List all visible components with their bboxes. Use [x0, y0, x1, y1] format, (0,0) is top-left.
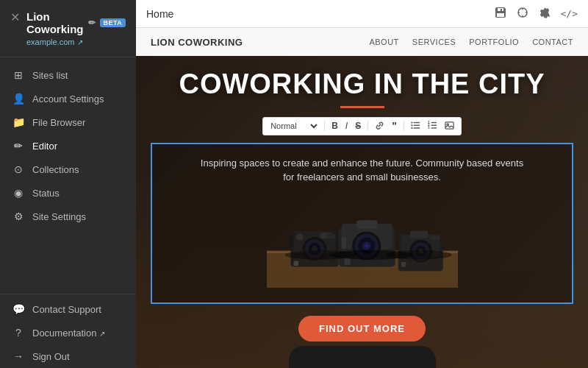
- svg-rect-30: [326, 234, 335, 239]
- svg-text:3: 3: [428, 126, 430, 130]
- svg-rect-38: [356, 220, 376, 229]
- compass-icon[interactable]: [517, 7, 528, 21]
- svg-rect-40: [380, 227, 392, 232]
- site-logo: LION COWORKING: [151, 37, 243, 48]
- chat-icon: 💬: [12, 303, 25, 315]
- topbar-actions: </>: [495, 7, 578, 21]
- sidebar: ✕ Lion Coworking ✏ BETA example.com ↗ ⊞ …: [0, 0, 136, 368]
- svg-rect-12: [431, 124, 436, 125]
- editor-canvas: LION COWORKING ABOUT SERVICES PORTFOLIO …: [136, 28, 588, 368]
- sidebar-label: Documentation ↗: [32, 328, 105, 339]
- status-icon: ◉: [12, 187, 25, 199]
- svg-point-9: [411, 124, 412, 126]
- sidebar-item-editor[interactable]: ✏ Editor: [0, 134, 136, 158]
- sidebar-item-contact-support[interactable]: 💬 Contact Support: [0, 297, 136, 321]
- bold-button[interactable]: B: [329, 121, 340, 131]
- edit-icon: ✏: [88, 18, 96, 28]
- site-preview: LION COWORKING ABOUT SERVICES PORTFOLIO …: [136, 28, 588, 368]
- sidebar-nav: ⊞ Sites list 👤 Account Settings 📁 File B…: [0, 63, 136, 228]
- svg-point-10: [411, 127, 412, 129]
- nav-contact[interactable]: CONTACT: [532, 38, 573, 46]
- sidebar-item-status[interactable]: ◉ Status: [0, 181, 136, 205]
- link-button[interactable]: [373, 120, 387, 132]
- svg-rect-6: [414, 124, 420, 125]
- cta-button[interactable]: FIND OUT MORE: [298, 316, 426, 342]
- url-text: example.com: [26, 38, 74, 46]
- svg-rect-5: [414, 122, 420, 123]
- sidebar-label: Site Settings: [32, 211, 86, 222]
- sidebar-item-sign-out[interactable]: → Sign Out: [0, 344, 136, 368]
- sidebar-bottom-nav: 💬 Contact Support ? Documentation ↗ → Si…: [0, 294, 136, 368]
- svg-rect-49: [410, 231, 428, 238]
- grid-icon: ⊞: [12, 69, 25, 81]
- sidebar-label: Contact Support: [32, 304, 101, 315]
- svg-rect-11: [431, 122, 436, 123]
- sidebar-item-sites-list[interactable]: ⊞ Sites list: [0, 63, 136, 87]
- toolbar-wrapper: Normal Heading 1 Heading 2 B I S ": [136, 117, 588, 140]
- beta-badge: BETA: [100, 18, 126, 27]
- toolbar-divider-2: [368, 121, 368, 131]
- sidebar-title: Lion Coworking ✏ BETA: [26, 10, 126, 35]
- toolbar-divider: [324, 121, 325, 131]
- cta-section: FIND OUT MORE: [136, 304, 588, 347]
- format-dropdown[interactable]: Normal Heading 1 Heading 2: [268, 121, 320, 131]
- sidebar-brand: Lion Coworking ✏ BETA example.com ↗: [0, 0, 136, 51]
- hero-title: COWORKING IN THE CITY: [136, 69, 588, 100]
- nav-services[interactable]: SERVICES: [412, 38, 456, 46]
- svg-point-54: [386, 250, 451, 260]
- user-icon: 👤: [12, 93, 25, 105]
- sidebar-label: Collections: [32, 164, 79, 175]
- svg-rect-50: [401, 262, 406, 267]
- sidebar-label: Sign Out: [32, 351, 70, 362]
- sidebar-item-site-settings[interactable]: ⚙ Site Settings: [0, 205, 136, 228]
- site-navbar: LION COWORKING ABOUT SERVICES PORTFOLIO …: [136, 28, 588, 56]
- gear-icon: ⚙: [12, 210, 25, 222]
- content-editable-block[interactable]: Inspiring spaces to create and enhance t…: [151, 143, 573, 304]
- svg-point-29: [295, 233, 303, 241]
- svg-point-8: [411, 121, 412, 123]
- hero-underline: [340, 106, 384, 108]
- settings-icon[interactable]: [539, 7, 551, 21]
- strikethrough-button[interactable]: S: [353, 121, 363, 131]
- save-icon[interactable]: [495, 7, 506, 21]
- cameras-svg: [267, 195, 458, 291]
- image-button[interactable]: [442, 120, 456, 132]
- italic-button[interactable]: I: [343, 121, 350, 131]
- toolbar-divider-3: [404, 121, 404, 131]
- site-nav-links: ABOUT SERVICES PORTFOLIO CONTACT: [369, 38, 573, 46]
- sidebar-item-file-browser[interactable]: 📁 File Browser: [0, 110, 136, 134]
- signout-icon: →: [12, 350, 25, 362]
- sidebar-label: Status: [32, 188, 60, 199]
- code-icon[interactable]: </>: [561, 8, 578, 19]
- sidebar-label: Editor: [32, 141, 57, 152]
- main-area: Home </> LIO: [136, 0, 588, 368]
- svg-rect-13: [431, 127, 436, 128]
- editor-toolbar: Normal Heading 1 Heading 2 B I S ": [262, 117, 462, 135]
- ol-button[interactable]: 123: [426, 120, 440, 132]
- sidebar-item-account-settings[interactable]: 👤 Account Settings: [0, 87, 136, 110]
- sidebar-item-documentation[interactable]: ? Documentation ↗: [0, 321, 136, 344]
- folder-icon: 📁: [12, 116, 25, 128]
- svg-rect-28: [293, 261, 298, 266]
- sidebar-label: Sites list: [32, 70, 68, 81]
- quote-button[interactable]: ": [390, 120, 399, 132]
- topbar: Home </>: [136, 0, 588, 28]
- nav-portfolio[interactable]: PORTFOLIO: [469, 38, 519, 46]
- help-icon: ?: [12, 327, 25, 339]
- brand-name: Lion Coworking: [26, 10, 84, 35]
- svg-rect-51: [431, 236, 440, 240]
- ul-button[interactable]: [409, 120, 423, 132]
- svg-point-42: [349, 225, 357, 233]
- sidebar-close-icon[interactable]: ✕: [10, 10, 20, 24]
- phone-shape: [289, 346, 436, 368]
- nav-about[interactable]: ABOUT: [369, 38, 398, 46]
- svg-rect-41: [341, 237, 346, 249]
- svg-point-37: [365, 244, 368, 247]
- page-title: Home: [146, 8, 487, 20]
- svg-rect-7: [414, 127, 420, 128]
- sidebar-label: File Browser: [32, 117, 85, 128]
- sidebar-url[interactable]: example.com ↗: [26, 38, 126, 46]
- sidebar-item-collections[interactable]: ⊙ Collections: [0, 158, 136, 181]
- svg-rect-17: [445, 122, 453, 129]
- cameras-image: [164, 195, 560, 291]
